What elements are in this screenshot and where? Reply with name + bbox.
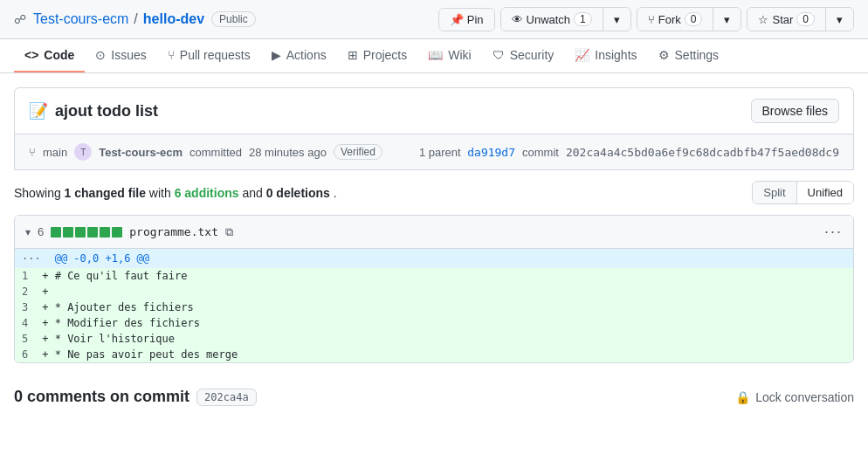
parent-sha: da919d7 — [467, 146, 515, 159]
copy-filename-icon[interactable]: ⧉ — [225, 225, 233, 239]
fork-dropdown[interactable]: ▾ — [713, 8, 741, 31]
unwatch-count: 1 — [574, 12, 592, 26]
line-number: 5 — [15, 331, 35, 347]
commit-sha-badge: 202ca4a — [196, 389, 257, 406]
tab-settings[interactable]: ⚙ Settings — [648, 39, 730, 72]
stats-bar: Showing 1 changed file with 6 additions … — [14, 170, 854, 215]
line-number: 6 — [15, 347, 35, 362]
diff-filename: programme.txt — [129, 225, 218, 238]
footer: 0 comments on commit 202ca4a 🔒 Lock conv… — [14, 377, 854, 416]
lock-conversation-button[interactable]: 🔒 Lock conversation — [735, 390, 854, 404]
line-content: + # Ce qu'il faut faire — [35, 268, 853, 284]
commit-emoji: 📝 — [29, 101, 48, 120]
pin-button[interactable]: 📌 Pin — [439, 9, 494, 31]
tab-wiki[interactable]: 📖 Wiki — [417, 39, 481, 72]
projects-icon: ⊞ — [348, 48, 358, 62]
diff-square-3 — [75, 227, 86, 238]
star-button[interactable]: ☆ Star 0 — [747, 8, 826, 31]
hunk-range: @@ -0,0 +1,6 @@ — [55, 252, 149, 265]
branch-icon: ⑂ — [29, 146, 36, 159]
repo-link[interactable]: Test-cours-ecm / hello-dev — [33, 11, 204, 27]
diff-table: 1 + # Ce qu'il faut faire 2 + 3 + * Ajou… — [15, 268, 853, 362]
split-button[interactable]: Split — [753, 182, 796, 203]
star-dropdown[interactable]: ▾ — [826, 8, 853, 31]
repo-name[interactable]: hello-dev — [143, 11, 204, 27]
line-content: + * Voir l'historique — [35, 331, 853, 347]
header-actions: 📌 Pin 👁 Unwatch 1 ▾ ⑂ Fork 0 ▾ ☆ — [438, 7, 854, 31]
eye-icon: 👁 — [512, 13, 523, 26]
top-nav: ☍ Test-cours-ecm / hello-dev Public 📌 Pi… — [0, 0, 868, 39]
diff-line: 1 + # Ce qu'il faut faire — [15, 268, 853, 284]
commit-label: commit — [522, 146, 559, 159]
diff-line: 4 + * Modifier des fichiers — [15, 315, 853, 331]
commit-title-row: 📝 ajout todo list Browse files — [14, 87, 854, 134]
unwatch-dropdown[interactable]: ▾ — [603, 8, 630, 31]
diff-file-header: ▾ 6 programme.txt ⧉ ··· — [15, 216, 853, 249]
visibility-badge: Public — [211, 11, 256, 27]
line-content: + — [35, 284, 853, 299]
diff-square-5 — [100, 227, 110, 238]
diff-line: 3 + * Ajouter des fichiers — [15, 299, 853, 315]
fork-button[interactable]: ⑂ Fork 0 — [637, 8, 714, 31]
tab-pull-requests[interactable]: ⑂ Pull requests — [157, 39, 261, 72]
tab-issues[interactable]: ⊙ Issues — [85, 39, 156, 72]
browse-files-button[interactable]: Browse files — [751, 99, 839, 123]
tab-nav: <> Code ⊙ Issues ⑂ Pull requests ▶ Actio… — [0, 39, 868, 73]
diff-collapse-toggle[interactable]: ▾ — [25, 226, 31, 238]
tab-projects[interactable]: ⊞ Projects — [337, 39, 418, 72]
tab-code[interactable]: <> Code — [14, 39, 85, 72]
diff-square-4 — [87, 227, 98, 238]
diff-line: 6 + * Ne pas avoir peut des merge — [15, 347, 853, 362]
commit-author: Test-cours-ecm — [99, 146, 183, 159]
diff-square-6 — [112, 227, 122, 238]
line-content: + * Modifier des fichiers — [35, 315, 853, 331]
wiki-icon: 📖 — [428, 48, 443, 62]
settings-icon: ⚙ — [658, 48, 670, 62]
diff-hunk-header: ··· @@ -0,0 +1,6 @@ — [15, 249, 853, 268]
line-number: 1 — [15, 268, 35, 284]
line-content: + * Ajouter des fichiers — [35, 299, 853, 315]
insights-icon: 📈 — [575, 48, 589, 62]
diff-square-1 — [51, 227, 61, 238]
lock-icon: 🔒 — [735, 390, 750, 404]
line-number: 2 — [15, 284, 35, 299]
main-content: 📝 ajout todo list Browse files ⑂ main T … — [0, 73, 868, 430]
repo-owner[interactable]: Test-cours-ecm — [33, 11, 128, 27]
pin-group: 📌 Pin — [438, 8, 495, 31]
commit-time: 28 minutes ago — [249, 146, 327, 159]
diff-line: 2 + — [15, 284, 853, 299]
star-icon: ☆ — [758, 13, 768, 26]
branch-name: main — [43, 146, 67, 159]
commit-action: committed — [189, 146, 242, 159]
verified-badge: Verified — [334, 144, 382, 160]
commit-box: 📝 ajout todo list Browse files ⑂ main T … — [14, 87, 854, 170]
separator: / — [134, 11, 137, 27]
stats-text: Showing 1 changed file with 6 additions … — [14, 186, 337, 200]
comments-count: 0 comments on commit — [14, 388, 189, 406]
diff-options-menu[interactable]: ··· — [824, 223, 843, 241]
parent-info: 1 parent da919d7 — [419, 146, 515, 159]
diff-file-count: 6 — [38, 225, 44, 238]
comments-section: 0 comments on commit 202ca4a — [14, 388, 257, 406]
actions-icon: ▶ — [272, 48, 281, 62]
fork-count: 0 — [685, 12, 703, 26]
security-icon: 🛡 — [493, 48, 505, 62]
unified-button[interactable]: Unified — [797, 182, 853, 203]
fork-group: ⑂ Fork 0 ▾ — [637, 7, 742, 31]
issues-icon: ⊙ — [95, 48, 106, 62]
fork-icon: ⑂ — [648, 13, 655, 26]
unwatch-group: 👁 Unwatch 1 ▾ — [500, 7, 631, 31]
diff-line: 5 + * Voir l'historique — [15, 331, 853, 347]
diff-square-2 — [63, 227, 73, 238]
repo-icon: ☍ — [14, 12, 26, 26]
star-group: ☆ Star 0 ▾ — [747, 7, 854, 31]
code-icon: <> — [24, 48, 38, 62]
unwatch-button[interactable]: 👁 Unwatch 1 — [501, 8, 603, 31]
diff-container: ▾ 6 programme.txt ⧉ ··· ··· @@ -0,0 +1,6… — [14, 215, 854, 363]
tab-insights[interactable]: 📈 Insights — [564, 39, 647, 72]
line-number: 4 — [15, 315, 35, 331]
tab-security[interactable]: 🛡 Security — [482, 39, 565, 72]
view-toggle: Split Unified — [752, 181, 854, 204]
commit-avatar: T — [74, 143, 92, 161]
tab-actions[interactable]: ▶ Actions — [261, 39, 337, 72]
